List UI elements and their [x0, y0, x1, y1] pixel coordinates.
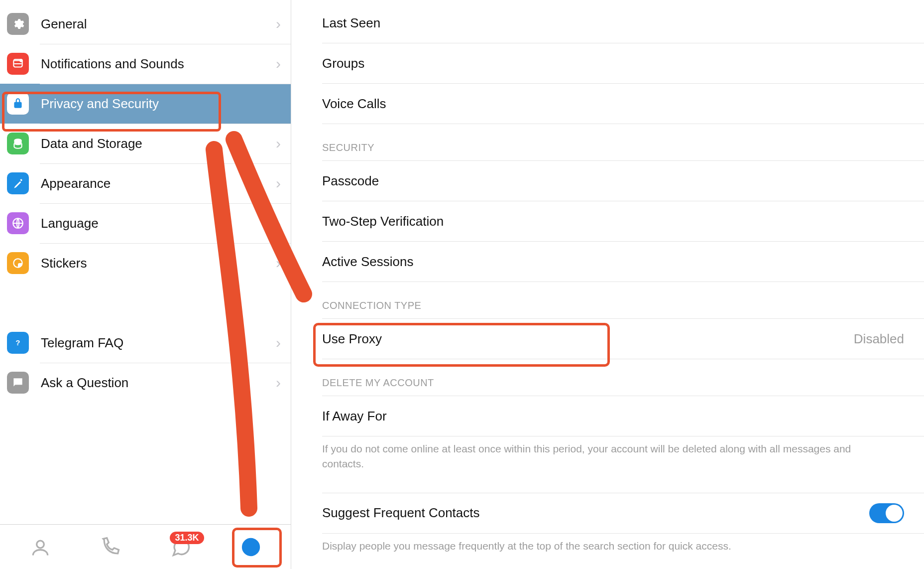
row-if-away[interactable]: If Away For — [291, 396, 924, 436]
row-last-seen[interactable]: Last Seen — [291, 3, 924, 43]
sidebar-item-label: General — [41, 16, 87, 32]
row-passcode[interactable]: Passcode — [291, 161, 924, 201]
svg-point-9 — [36, 541, 44, 548]
row-label: Voice Calls — [322, 96, 386, 112]
row-groups[interactable]: Groups — [291, 43, 924, 83]
svg-point-1 — [19, 59, 23, 62]
brush-icon — [7, 172, 29, 194]
chat-icon — [7, 372, 29, 394]
sidebar-item-label: Privacy and Security — [41, 96, 159, 112]
sidebar-item-ask[interactable]: Ask a Question › — [0, 363, 291, 403]
sidebar-item-stickers[interactable]: Stickers › — [0, 243, 291, 283]
row-label: Passcode — [322, 173, 379, 189]
row-suggest-contacts[interactable]: Suggest Frequent Contacts — [291, 493, 924, 533]
settings-detail-pane: Last Seen Groups Voice Calls Security Pa… — [291, 0, 924, 569]
sticker-icon — [7, 252, 29, 274]
row-label: Last Seen — [322, 15, 380, 31]
svg-point-7 — [17, 381, 18, 382]
row-label: Suggest Frequent Contacts — [322, 505, 480, 521]
chevron-right-icon: › — [276, 334, 281, 351]
svg-text:?: ? — [15, 338, 20, 347]
unread-badge: 31.3K — [170, 532, 204, 544]
sidebar-item-language[interactable]: Language › — [0, 203, 291, 243]
row-value: Disabled — [854, 331, 904, 347]
row-label: If Away For — [322, 409, 387, 424]
sidebar-item-privacy[interactable]: Privacy and Security — [0, 84, 291, 124]
tab-calls[interactable] — [83, 530, 138, 565]
suggest-contacts-description: Display people you message frequently at… — [291, 534, 924, 554]
sidebar-item-faq[interactable]: ? Telegram FAQ › — [0, 323, 291, 363]
bottom-tab-bar: 31.3K — [0, 524, 291, 569]
chevron-right-icon: › — [276, 215, 281, 232]
svg-point-8 — [19, 381, 20, 382]
lock-icon — [7, 93, 29, 115]
globe-icon — [7, 212, 29, 234]
sidebar-item-label: Appearance — [41, 176, 111, 191]
svg-point-6 — [16, 381, 17, 382]
settings-sidebar: General › Notifications and Sounds › Pri… — [0, 0, 291, 569]
row-label: Use Proxy — [322, 331, 382, 347]
toggle-suggest-contacts[interactable] — [869, 503, 904, 523]
help-icon: ? — [7, 332, 29, 354]
sidebar-item-label: Language — [41, 216, 99, 231]
row-label: Groups — [322, 56, 364, 71]
tab-contacts[interactable] — [13, 530, 68, 565]
database-icon — [7, 133, 29, 154]
sidebar-item-general[interactable]: General › — [0, 4, 291, 44]
row-two-step[interactable]: Two-Step Verification — [291, 201, 924, 241]
chevron-right-icon: › — [276, 135, 281, 152]
sidebar-item-label: Ask a Question — [41, 375, 128, 391]
delete-account-description: If you do not come online at least once … — [291, 436, 924, 472]
tab-chats[interactable]: 31.3K — [153, 530, 208, 565]
sidebar-item-notifications[interactable]: Notifications and Sounds › — [0, 44, 291, 84]
svg-point-11 — [248, 544, 253, 550]
bell-icon — [7, 53, 29, 75]
section-header-security: Security — [291, 124, 924, 160]
chevron-right-icon: › — [276, 15, 281, 32]
section-header-delete: Delete My Account — [291, 359, 924, 396]
section-header-connection: Connection Type — [291, 282, 924, 318]
sidebar-item-label: Telegram FAQ — [41, 335, 123, 351]
row-label: Active Sessions — [322, 254, 414, 270]
sidebar-item-appearance[interactable]: Appearance › — [0, 163, 291, 203]
sidebar-item-data[interactable]: Data and Storage › — [0, 124, 291, 163]
sidebar-item-label: Data and Storage — [41, 136, 142, 151]
sidebar-item-label: Stickers — [41, 256, 87, 271]
tab-settings[interactable] — [224, 530, 278, 565]
chevron-right-icon: › — [276, 55, 281, 72]
chevron-right-icon: › — [276, 374, 281, 391]
row-active-sessions[interactable]: Active Sessions — [291, 242, 924, 282]
row-voice-calls[interactable]: Voice Calls — [291, 84, 924, 124]
chevron-right-icon: › — [276, 255, 281, 272]
chevron-right-icon: › — [276, 175, 281, 192]
sidebar-item-label: Notifications and Sounds — [41, 56, 184, 72]
row-label: Two-Step Verification — [322, 214, 444, 229]
row-use-proxy[interactable]: Use Proxy Disabled — [291, 319, 924, 359]
gear-icon — [7, 13, 29, 35]
